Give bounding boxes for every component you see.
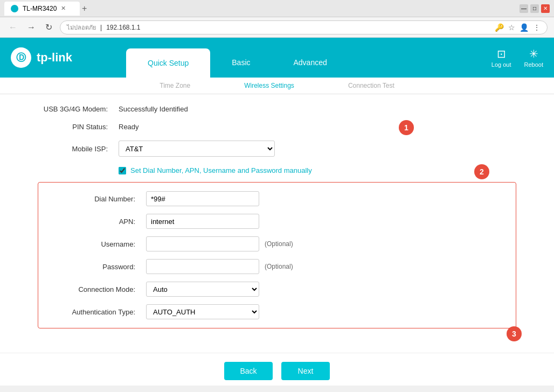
pin-status-row: PIN Status: Ready <box>22 123 532 131</box>
footer-bar: 3 Back Next <box>0 353 554 386</box>
tab-quick-setup[interactable]: Quick Setup <box>126 48 210 78</box>
auth-type-label: Authentication Type: <box>49 308 146 316</box>
minimize-button[interactable]: — <box>520 4 528 13</box>
username-input[interactable] <box>146 236 259 251</box>
logo-text: tp-link <box>37 51 72 65</box>
browser-tab[interactable]: TL-MR3420 ✕ <box>4 2 80 16</box>
password-row: Password: (Optional) <box>49 259 505 274</box>
apn-label: APN: <box>49 218 146 226</box>
apn-row: APN: <box>49 214 505 229</box>
manual-checkbox-label: Set Dial Number, APN, Username and Passw… <box>130 166 312 174</box>
mobile-isp-row: Mobile ISP: AT&T T-Mobile Verizon Other <box>22 141 532 157</box>
forward-nav-button[interactable]: → <box>25 20 38 34</box>
username-label: Username: <box>49 240 146 248</box>
pin-status-value: Ready <box>119 123 139 131</box>
new-tab-button[interactable]: + <box>82 4 87 13</box>
tplink-header: Ⓓ tp-link Quick Setup Basic Advanced ⊡ L… <box>0 38 554 78</box>
tab-favicon <box>11 5 18 12</box>
dial-number-input[interactable] <box>146 191 259 206</box>
step-time-zone[interactable]: Time Zone <box>160 82 190 89</box>
annotation-badge-1: 1 <box>399 120 414 135</box>
logout-button[interactable]: ⊡ Log out <box>491 47 511 68</box>
header-nav: Quick Setup Basic Advanced <box>126 38 349 78</box>
password-input[interactable] <box>146 259 259 274</box>
menu-icon[interactable]: ⋮ <box>533 23 541 32</box>
back-nav-button[interactable]: ← <box>6 20 19 34</box>
password-label: Password: <box>49 263 146 271</box>
back-button[interactable]: Back <box>224 362 273 380</box>
next-button[interactable]: Next <box>281 362 330 380</box>
key-icon[interactable]: 🔑 <box>495 23 504 32</box>
window-controls: — □ ✕ <box>520 4 550 13</box>
browser-titlebar: TL-MR3420 ✕ + — □ ✕ <box>0 0 554 17</box>
tab-basic[interactable]: Basic <box>210 48 272 78</box>
pin-status-label: PIN Status: <box>22 123 119 131</box>
step-wireless-settings[interactable]: Wireless Settings <box>244 82 294 89</box>
mobile-isp-label: Mobile ISP: <box>22 145 119 153</box>
tplink-logo: Ⓓ tp-link <box>11 47 72 68</box>
connection-mode-row: Connection Mode: Auto Manual <box>49 282 505 297</box>
security-indicator: ไม่ปลอดภัย <box>67 23 96 32</box>
address-bar[interactable]: ไม่ปลอดภัย | 192.168.1.1 🔑 ☆ 👤 ⋮ <box>60 20 548 34</box>
address-bar-actions: 🔑 ☆ 👤 ⋮ <box>495 23 541 32</box>
tab-title: TL-MR3420 <box>23 5 57 12</box>
manual-settings-box: Dial Number: APN: Username: (Optional) P… <box>38 182 516 328</box>
reload-button[interactable]: ↻ <box>43 20 54 34</box>
connection-mode-label: Connection Mode: <box>49 285 146 293</box>
address-separator: | <box>100 24 102 31</box>
password-optional: (Optional) <box>265 263 293 270</box>
tab-close-button[interactable]: ✕ <box>61 5 66 12</box>
address-bar-container: ← → ↻ ไม่ปลอดภัย | 192.168.1.1 🔑 ☆ 👤 ⋮ <box>0 17 554 38</box>
username-row: Username: (Optional) <box>49 236 505 251</box>
tab-advanced[interactable]: Advanced <box>272 48 349 78</box>
address-url: 192.168.1.1 <box>106 24 140 31</box>
manual-checkbox[interactable] <box>119 167 126 174</box>
auth-type-row: Authentication Type: AUTO_AUTH PAP CHAP <box>49 304 505 319</box>
usb-modem-value: Successfully Identified <box>119 105 188 113</box>
close-button[interactable]: ✕ <box>541 4 550 13</box>
dial-number-label: Dial Number: <box>49 195 146 203</box>
maximize-button[interactable]: □ <box>530 4 539 13</box>
profile-icon[interactable]: 👤 <box>520 23 529 32</box>
apn-input[interactable] <box>146 214 259 229</box>
star-icon[interactable]: ☆ <box>508 23 515 32</box>
header-actions: ⊡ Log out ✳ Reboot <box>491 47 543 68</box>
auth-type-select[interactable]: AUTO_AUTH PAP CHAP <box>146 304 259 319</box>
manual-checkbox-row: Set Dial Number, APN, Username and Passw… <box>119 166 532 174</box>
reboot-icon: ✳ <box>524 47 543 60</box>
usb-modem-row: USB 3G/4G Modem: Successfully Identified <box>22 105 532 113</box>
usb-modem-label: USB 3G/4G Modem: <box>22 105 119 113</box>
mobile-isp-select[interactable]: AT&T T-Mobile Verizon Other <box>119 141 275 157</box>
username-optional: (Optional) <box>265 240 293 248</box>
annotation-badge-2: 2 <box>474 164 489 179</box>
annotation-badge-3: 3 <box>507 326 522 341</box>
main-content: 1 2 USB 3G/4G Modem: Successfully Identi… <box>0 94 554 353</box>
step-connection-test[interactable]: Connection Test <box>348 82 394 89</box>
dial-number-row: Dial Number: <box>49 191 505 206</box>
reboot-button[interactable]: ✳ Reboot <box>524 47 543 68</box>
connection-mode-select[interactable]: Auto Manual <box>146 282 259 297</box>
logo-icon: Ⓓ <box>11 47 31 68</box>
logout-icon: ⊡ <box>491 47 511 60</box>
step-bar: Time Zone Wireless Settings Connection T… <box>0 78 554 94</box>
